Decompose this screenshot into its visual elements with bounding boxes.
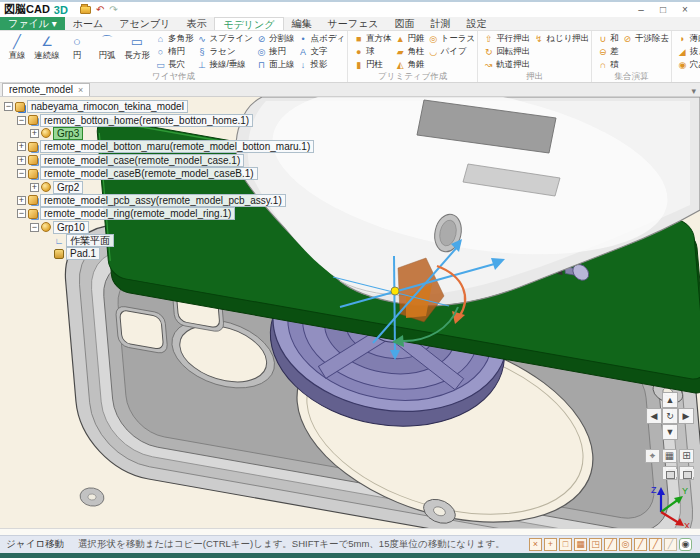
tree-expander-minus[interactable]: − xyxy=(17,116,26,125)
tree-row-4[interactable]: +remote_model_case(remote_model_case.1) xyxy=(2,154,314,167)
line-button[interactable]: ╱直線 xyxy=(2,32,32,62)
tree-expander-plus[interactable]: + xyxy=(17,142,26,151)
tree-item-label[interactable]: Grp10 xyxy=(53,221,89,234)
box-button[interactable]: ■直方体 xyxy=(353,32,392,45)
pan-left-button[interactable]: ◀ xyxy=(646,408,662,424)
grid-snap-toggle[interactable]: ▦ xyxy=(574,538,587,551)
tree-item-label[interactable]: remote_model_botton_maru(remote_model_bo… xyxy=(40,140,314,153)
interference-remove-button[interactable]: ⊘干渉除去 xyxy=(622,32,669,45)
tab-pin-icon[interactable]: ▾ xyxy=(691,86,700,96)
document-tab-remote-model[interactable]: remote_model × xyxy=(2,83,90,96)
tree-item-label[interactable]: nabeyama_rimocon_tekina_model xyxy=(27,100,188,113)
tree-expander-minus[interactable]: − xyxy=(4,102,13,111)
onface-line-button[interactable]: ⊓面上線 xyxy=(256,58,295,71)
helix-button[interactable]: §ラセン xyxy=(197,45,254,58)
tree-row-11[interactable]: Pad.1 xyxy=(2,247,314,260)
ribbon-tab-4[interactable]: モデリング xyxy=(214,17,283,30)
minimize-button[interactable]: – xyxy=(630,3,652,16)
ribbon-tab-7[interactable]: 図面 xyxy=(387,17,423,30)
tree-item-label[interactable]: Grp3 xyxy=(53,127,83,140)
sweep-extrude-button[interactable]: ↝軌道押出 xyxy=(483,58,530,71)
nearest-snap-toggle[interactable]: ╱ xyxy=(664,538,677,551)
grid-icon[interactable]: ⊞ xyxy=(679,449,694,463)
slot-button[interactable]: ▭長穴 xyxy=(155,58,194,71)
perpendicular-snap-toggle[interactable]: ╱ xyxy=(649,538,662,551)
tree-row-7[interactable]: +remote_model_pcb_assy(remote_model_pcb_… xyxy=(2,194,314,207)
redo-icon[interactable]: ↷ xyxy=(109,5,117,15)
pan-right-button[interactable]: ▶ xyxy=(678,408,694,424)
crosshair-toggle[interactable]: + xyxy=(544,538,557,551)
tracking-indicator[interactable]: ◉ xyxy=(679,538,692,551)
tree-item-label[interactable]: Pad.1 xyxy=(66,247,100,260)
undo-icon[interactable]: ↶ xyxy=(96,5,104,15)
move-toggle[interactable]: × xyxy=(529,538,542,551)
center-snap-toggle[interactable]: ◎ xyxy=(619,538,632,551)
intersect-button[interactable]: ∩積 xyxy=(597,58,619,71)
tree-item-label[interactable]: remote_model_pcb_assy(remote_model_pcb_a… xyxy=(40,194,286,207)
draft-button[interactable]: ◢抜き勾配 xyxy=(677,45,700,58)
hole-button[interactable]: ◉穴あけ xyxy=(677,58,700,71)
tree-item-label[interactable]: remote_model_caseB(remote_model_caseB.1) xyxy=(40,167,258,180)
arc-button[interactable]: ⌒円弧 xyxy=(92,32,122,62)
sphere-button[interactable]: ●球 xyxy=(353,45,392,58)
tree-expander-plus[interactable]: + xyxy=(30,183,39,192)
divide-button[interactable]: ⊘分割線 xyxy=(256,32,295,45)
isometric-view-icon[interactable] xyxy=(662,466,677,480)
ribbon-tab-1[interactable]: ホーム xyxy=(65,17,111,30)
midpoint-snap-toggle[interactable]: ◳ xyxy=(589,538,602,551)
tree-row-10[interactable]: ∟作業平面 xyxy=(2,234,314,247)
tree-expander-minus[interactable]: − xyxy=(30,223,39,232)
tree-expander-plus[interactable]: + xyxy=(30,129,39,138)
viewport[interactable]: −nabeyama_rimocon_tekina_model−remote_bo… xyxy=(0,97,700,528)
open-file-icon[interactable] xyxy=(80,6,91,14)
pyramid-button[interactable]: ◭角錐 xyxy=(395,58,425,71)
tree-row-9[interactable]: −Grp10 xyxy=(2,221,314,234)
close-button[interactable]: × xyxy=(674,3,696,16)
ribbon-tab-6[interactable]: サーフェス xyxy=(320,17,387,30)
zoom-extents-icon[interactable]: ⌖ xyxy=(645,449,660,463)
pan-up-button[interactable]: ▲ xyxy=(662,392,678,408)
pipe-button[interactable]: ◡パイプ xyxy=(428,45,476,58)
tree-item-label[interactable]: Grp2 xyxy=(53,181,83,194)
ribbon-tab-2[interactable]: アセンブリ xyxy=(111,17,178,30)
subtract-button[interactable]: ⊖差 xyxy=(597,45,619,58)
twist-extrude-button[interactable]: ↯ねじり押出 xyxy=(533,32,589,45)
tangent-button[interactable]: ⊥接線/垂線 xyxy=(197,58,254,71)
text-button[interactable]: A文字 xyxy=(298,45,346,58)
ribbon-tab-8[interactable]: 計測 xyxy=(423,17,459,30)
ribbon-tab-0[interactable]: ファイル ▾ xyxy=(0,17,65,30)
tree-item-label[interactable]: 作業平面 xyxy=(66,234,114,247)
cylinder-button[interactable]: ▮円柱 xyxy=(353,58,392,71)
tree-row-0[interactable]: −nabeyama_rimocon_tekina_model xyxy=(2,100,314,113)
ribbon-tab-5[interactable]: 編集 xyxy=(284,17,320,30)
tangent-circle-button[interactable]: ◎接円 xyxy=(256,45,295,58)
tangent-snap-toggle[interactable]: ╱ xyxy=(634,538,647,551)
tree-item-label[interactable]: remote_model_case(remote_model_case.1) xyxy=(40,154,244,167)
parallel-extrude-button[interactable]: ⇧平行押出 xyxy=(483,32,530,45)
tree-row-5[interactable]: −remote_model_caseB(remote_model_caseB.1… xyxy=(2,167,314,180)
polyline-button[interactable]: ∠連続線 xyxy=(32,32,62,62)
endpoint-snap-toggle[interactable]: □ xyxy=(559,538,572,551)
tree-row-8[interactable]: −remote_model_ring(remote_model_ring.1) xyxy=(2,207,314,220)
grid-dense-icon[interactable]: ▦ xyxy=(662,449,677,463)
pan-rotate-button[interactable]: ↻ xyxy=(662,408,678,424)
tree-item-label[interactable]: remote_model_ring(remote_model_ring.1) xyxy=(40,207,235,220)
line-snap-toggle[interactable]: ╱ xyxy=(604,538,617,551)
torus-button[interactable]: ◎トーラス xyxy=(428,32,476,45)
manipulator-origin-dot[interactable] xyxy=(391,287,399,295)
ribbon-tab-3[interactable]: 表示 xyxy=(178,17,214,30)
polygon-button[interactable]: ⌂多角形 xyxy=(155,32,194,45)
union-button[interactable]: ∪和 xyxy=(597,32,619,45)
circle-button[interactable]: ○円 xyxy=(62,32,92,62)
tree-expander-minus[interactable]: − xyxy=(17,169,26,178)
tree-expander-minus[interactable]: − xyxy=(17,209,26,218)
projection-button[interactable]: ↓投影 xyxy=(298,58,346,71)
ribbon-tab-9[interactable]: 設定 xyxy=(459,17,495,30)
cone-button[interactable]: ▲円錐 xyxy=(395,32,425,45)
spline-button[interactable]: ∿スプライン xyxy=(197,32,254,45)
rectangle-button[interactable]: ▭長方形 xyxy=(122,32,152,62)
tree-row-1[interactable]: −remote_botton_home(remote_botton_home.1… xyxy=(2,113,314,126)
revolve-extrude-button[interactable]: ↻回転押出 xyxy=(483,45,530,58)
maximize-button[interactable]: □ xyxy=(652,3,674,16)
tree-row-6[interactable]: +Grp2 xyxy=(2,180,314,193)
